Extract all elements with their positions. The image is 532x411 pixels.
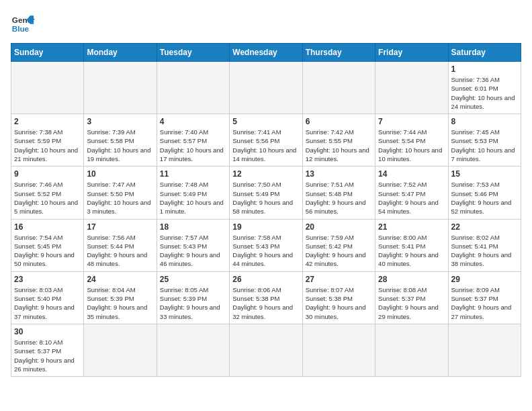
day-number: 23	[14, 275, 81, 284]
calendar-cell	[157, 62, 229, 114]
calendar-week-row: 1Sunrise: 7:36 AM Sunset: 6:01 PM Daylig…	[11, 62, 521, 114]
calendar-cell: 2Sunrise: 7:38 AM Sunset: 5:59 PM Daylig…	[11, 114, 84, 167]
day-number: 10	[87, 169, 153, 179]
calendar-cell: 9Sunrise: 7:46 AM Sunset: 5:52 PM Daylig…	[11, 167, 84, 219]
day-number: 7	[378, 117, 445, 126]
day-info: Sunrise: 7:47 AM Sunset: 5:50 PM Dayligh…	[87, 180, 153, 216]
calendar-cell: 11Sunrise: 7:48 AM Sunset: 5:49 PM Dayli…	[157, 167, 229, 219]
day-info: Sunrise: 7:48 AM Sunset: 5:49 PM Dayligh…	[160, 180, 226, 216]
calendar-cell: 25Sunrise: 8:05 AM Sunset: 5:39 PM Dayli…	[157, 271, 229, 324]
calendar-cell	[230, 62, 302, 114]
calendar-week-row: 9Sunrise: 7:46 AM Sunset: 5:52 PM Daylig…	[11, 167, 521, 219]
logo: General Blue	[11, 11, 35, 35]
day-number: 13	[306, 169, 372, 179]
calendar-cell: 24Sunrise: 8:04 AM Sunset: 5:39 PM Dayli…	[84, 271, 157, 324]
day-number: 4	[160, 117, 226, 126]
calendar-cell: 30Sunrise: 8:10 AM Sunset: 5:37 PM Dayli…	[11, 324, 84, 376]
day-number: 11	[160, 169, 226, 179]
day-number: 16	[14, 222, 81, 232]
col-header-monday: Monday	[84, 44, 157, 62]
calendar-week-row: 2Sunrise: 7:38 AM Sunset: 5:59 PM Daylig…	[11, 114, 521, 167]
calendar-cell: 26Sunrise: 8:06 AM Sunset: 5:38 PM Dayli…	[230, 271, 302, 324]
day-number: 12	[232, 169, 299, 179]
col-header-saturday: Saturday	[448, 44, 521, 62]
day-number: 22	[451, 222, 518, 232]
day-info: Sunrise: 8:06 AM Sunset: 5:38 PM Dayligh…	[232, 285, 299, 321]
day-info: Sunrise: 7:58 AM Sunset: 5:43 PM Dayligh…	[232, 233, 299, 269]
day-info: Sunrise: 7:39 AM Sunset: 5:58 PM Dayligh…	[87, 128, 153, 163]
day-number: 29	[451, 275, 518, 284]
day-info: Sunrise: 7:44 AM Sunset: 5:54 PM Dayligh…	[378, 128, 445, 163]
day-info: Sunrise: 7:38 AM Sunset: 5:59 PM Dayligh…	[14, 128, 81, 163]
day-info: Sunrise: 7:40 AM Sunset: 5:57 PM Dayligh…	[160, 128, 226, 163]
day-number: 25	[160, 275, 226, 284]
calendar-cell: 12Sunrise: 7:50 AM Sunset: 5:49 PM Dayli…	[230, 167, 302, 219]
day-info: Sunrise: 8:05 AM Sunset: 5:39 PM Dayligh…	[160, 285, 226, 321]
col-header-wednesday: Wednesday	[230, 44, 302, 62]
col-header-friday: Friday	[375, 44, 448, 62]
col-header-sunday: Sunday	[11, 44, 84, 62]
calendar-table: SundayMondayTuesdayWednesdayThursdayFrid…	[11, 43, 521, 377]
day-info: Sunrise: 7:56 AM Sunset: 5:44 PM Dayligh…	[87, 233, 153, 269]
page-header: General Blue	[11, 11, 521, 35]
day-number: 14	[378, 169, 445, 179]
day-number: 21	[378, 222, 445, 232]
day-info: Sunrise: 7:57 AM Sunset: 5:43 PM Dayligh…	[160, 233, 226, 269]
calendar-cell: 23Sunrise: 8:03 AM Sunset: 5:40 PM Dayli…	[11, 271, 84, 324]
calendar-cell: 16Sunrise: 7:54 AM Sunset: 5:45 PM Dayli…	[11, 219, 84, 271]
day-number: 5	[232, 117, 299, 126]
day-info: Sunrise: 8:02 AM Sunset: 5:41 PM Dayligh…	[451, 233, 518, 269]
day-number: 18	[160, 222, 226, 232]
day-number: 9	[14, 169, 81, 179]
svg-text:Blue: Blue	[12, 24, 30, 33]
calendar-cell	[11, 62, 84, 114]
day-number: 17	[87, 222, 153, 232]
day-info: Sunrise: 8:04 AM Sunset: 5:39 PM Dayligh…	[87, 285, 153, 321]
day-number: 30	[14, 327, 81, 336]
day-number: 8	[451, 117, 518, 126]
day-info: Sunrise: 8:10 AM Sunset: 5:37 PM Dayligh…	[14, 338, 81, 373]
calendar-cell	[302, 62, 375, 114]
calendar-cell: 13Sunrise: 7:51 AM Sunset: 5:48 PM Dayli…	[302, 167, 375, 219]
calendar-cell: 21Sunrise: 8:00 AM Sunset: 5:41 PM Dayli…	[375, 219, 448, 271]
day-info: Sunrise: 8:09 AM Sunset: 5:37 PM Dayligh…	[451, 285, 518, 321]
calendar-cell	[375, 324, 448, 376]
day-number: 28	[378, 275, 445, 284]
day-info: Sunrise: 7:45 AM Sunset: 5:53 PM Dayligh…	[451, 128, 518, 163]
calendar-cell: 1Sunrise: 7:36 AM Sunset: 6:01 PM Daylig…	[448, 62, 521, 114]
calendar-cell: 18Sunrise: 7:57 AM Sunset: 5:43 PM Dayli…	[157, 219, 229, 271]
calendar-cell: 4Sunrise: 7:40 AM Sunset: 5:57 PM Daylig…	[157, 114, 229, 167]
calendar-cell	[375, 62, 448, 114]
day-info: Sunrise: 7:41 AM Sunset: 5:56 PM Dayligh…	[232, 128, 299, 163]
calendar-cell	[157, 324, 229, 376]
calendar-cell: 27Sunrise: 8:07 AM Sunset: 5:38 PM Dayli…	[302, 271, 375, 324]
calendar-cell: 17Sunrise: 7:56 AM Sunset: 5:44 PM Dayli…	[84, 219, 157, 271]
day-info: Sunrise: 8:07 AM Sunset: 5:38 PM Dayligh…	[306, 285, 372, 321]
calendar-cell: 7Sunrise: 7:44 AM Sunset: 5:54 PM Daylig…	[375, 114, 448, 167]
calendar-cell: 29Sunrise: 8:09 AM Sunset: 5:37 PM Dayli…	[448, 271, 521, 324]
day-number: 27	[306, 275, 372, 284]
day-info: Sunrise: 7:59 AM Sunset: 5:42 PM Dayligh…	[306, 233, 372, 269]
day-number: 3	[87, 117, 153, 126]
calendar-cell: 8Sunrise: 7:45 AM Sunset: 5:53 PM Daylig…	[448, 114, 521, 167]
day-number: 2	[14, 117, 81, 126]
calendar-cell: 6Sunrise: 7:42 AM Sunset: 5:55 PM Daylig…	[302, 114, 375, 167]
calendar-cell: 14Sunrise: 7:52 AM Sunset: 5:47 PM Dayli…	[375, 167, 448, 219]
day-info: Sunrise: 7:46 AM Sunset: 5:52 PM Dayligh…	[14, 180, 81, 216]
calendar-cell: 19Sunrise: 7:58 AM Sunset: 5:43 PM Dayli…	[230, 219, 302, 271]
calendar-cell: 20Sunrise: 7:59 AM Sunset: 5:42 PM Dayli…	[302, 219, 375, 271]
day-number: 6	[306, 117, 372, 126]
day-number: 19	[232, 222, 299, 232]
logo-icon: General Blue	[11, 11, 35, 35]
day-number: 26	[232, 275, 299, 284]
day-info: Sunrise: 7:53 AM Sunset: 5:46 PM Dayligh…	[451, 180, 518, 216]
calendar-cell	[84, 324, 157, 376]
day-info: Sunrise: 7:36 AM Sunset: 6:01 PM Dayligh…	[451, 75, 518, 111]
calendar-week-row: 30Sunrise: 8:10 AM Sunset: 5:37 PM Dayli…	[11, 324, 521, 376]
day-number: 20	[306, 222, 372, 232]
col-header-tuesday: Tuesday	[157, 44, 229, 62]
col-header-thursday: Thursday	[302, 44, 375, 62]
calendar-cell: 10Sunrise: 7:47 AM Sunset: 5:50 PM Dayli…	[84, 167, 157, 219]
calendar-cell: 28Sunrise: 8:08 AM Sunset: 5:37 PM Dayli…	[375, 271, 448, 324]
day-info: Sunrise: 7:52 AM Sunset: 5:47 PM Dayligh…	[378, 180, 445, 216]
